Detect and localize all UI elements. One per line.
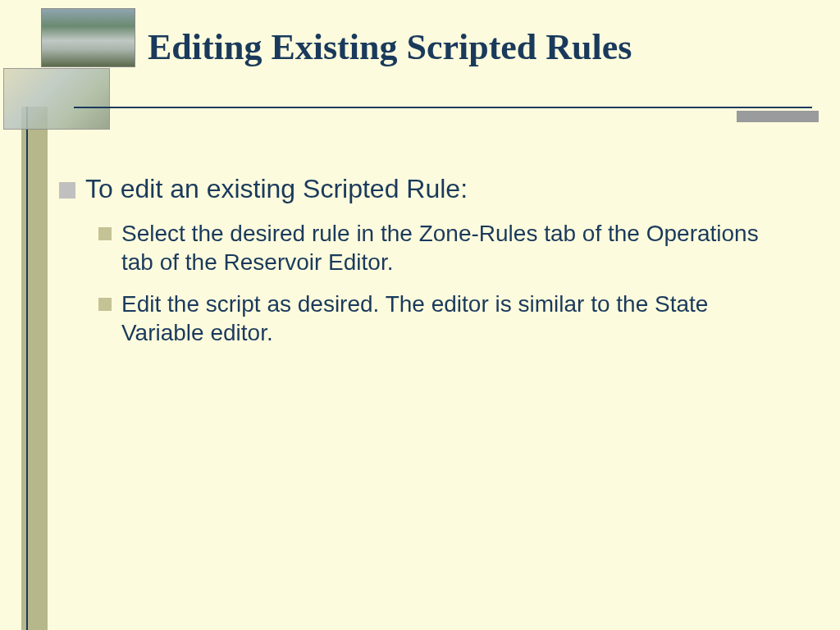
sub-bullet-text: Select the desired rule in the Zone-Rule…: [121, 219, 781, 276]
bullet-marker-icon: [98, 227, 112, 240]
decorative-vertical-line: [26, 107, 28, 630]
header-image-dam: [41, 8, 135, 67]
slide-title: Editing Existing Scripted Rules: [148, 26, 632, 68]
slide-content: To edit an existing Scripted Rule: Selec…: [59, 174, 781, 360]
bullet-marker-icon: [59, 182, 75, 199]
main-bullet-text: To edit an existing Scripted Rule:: [85, 174, 468, 204]
sub-bullet: Edit the script as desired. The editor i…: [98, 290, 781, 347]
header-image-chart: [3, 68, 110, 130]
title-accent-bar: [737, 111, 819, 122]
decorative-sidebar: [21, 107, 48, 630]
sub-bullet: Select the desired rule in the Zone-Rule…: [98, 219, 781, 276]
bullet-marker-icon: [98, 298, 112, 311]
sub-bullet-text: Edit the script as desired. The editor i…: [121, 290, 781, 347]
main-bullet: To edit an existing Scripted Rule:: [59, 174, 781, 204]
title-underline: [74, 107, 812, 108]
